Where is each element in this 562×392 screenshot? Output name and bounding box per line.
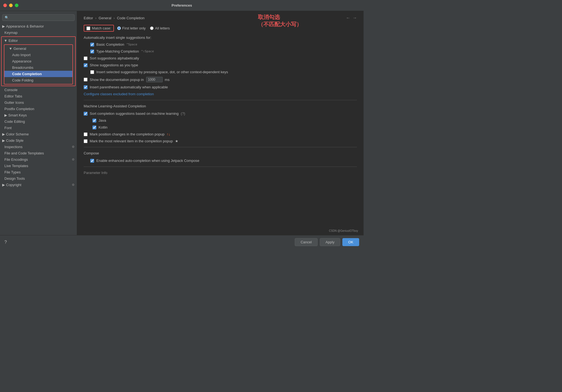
- enhanced-auto-checkbox[interactable]: [90, 159, 94, 163]
- kotlin-checkbox[interactable]: [92, 126, 96, 129]
- java-label: Java: [99, 118, 106, 122]
- sidebar-item-appearance[interactable]: Appearance: [4, 58, 72, 64]
- type-matching-shortcut: ^⇧Space: [141, 50, 154, 53]
- close-button[interactable]: [3, 4, 7, 7]
- configure-link-row: Configure classes excluded from completi…: [84, 92, 357, 96]
- divider1: [84, 100, 357, 100]
- chevron-right-icon: ▶: [4, 113, 7, 117]
- java-checkbox[interactable]: [92, 119, 96, 122]
- sidebar-item-copyright[interactable]: ▶ Copyright ⚙: [0, 182, 77, 188]
- show-suggestions-checkbox[interactable]: [84, 63, 88, 67]
- sidebar-item-console[interactable]: Console: [0, 87, 77, 93]
- breadcrumb-sep2: ›: [114, 16, 115, 20]
- nav-back-button[interactable]: ←: [346, 15, 350, 20]
- window-title: Preferences: [171, 3, 192, 7]
- sidebar-item-code-editing[interactable]: Code Editing: [0, 118, 77, 125]
- sidebar-item-color-scheme[interactable]: ▶ Color Scheme: [0, 131, 77, 137]
- chevron-right-icon: ▶: [2, 132, 5, 136]
- sort-alphabetically-label: Sort suggestions alphabetically: [90, 56, 139, 60]
- sidebar-item-editor[interactable]: ▼ Editor: [2, 37, 75, 44]
- sort-by-ml-checkbox[interactable]: [84, 112, 88, 116]
- nav-forward-button[interactable]: →: [353, 15, 357, 20]
- help-button[interactable]: ?: [4, 240, 7, 245]
- match-case-checkbox[interactable]: [86, 26, 90, 30]
- sidebar-item-keymap[interactable]: Keymap: [0, 29, 77, 36]
- type-matching-checkbox[interactable]: [90, 50, 94, 53]
- case-radio-group: First letter only All letters: [117, 26, 170, 30]
- first-letter-radio[interactable]: [117, 26, 121, 30]
- search-input[interactable]: [2, 14, 75, 21]
- basic-completion-checkbox[interactable]: [90, 43, 94, 47]
- chevron-right-icon: ▶: [2, 24, 5, 28]
- cancel-button[interactable]: Cancel: [295, 238, 317, 246]
- kotlin-row: Kotlin: [84, 125, 357, 129]
- configure-link[interactable]: Configure classes excluded from completi…: [84, 92, 154, 96]
- mark-relevant-checkbox[interactable]: [84, 139, 88, 143]
- basic-completion-label: Basic Completion: [96, 42, 124, 47]
- sidebar: ▶ Appearance & Behavior Keymap ▼ Editor …: [0, 11, 77, 235]
- basic-completion-shortcut: ^Space: [126, 43, 137, 46]
- ml-section-title: Machine Learning-Assisted Completion: [84, 104, 357, 108]
- arrows-icon: ↑↓: [167, 132, 170, 136]
- sidebar-item-code-folding[interactable]: Code Folding: [4, 77, 72, 83]
- sidebar-item-design-tools[interactable]: Design Tools: [0, 175, 77, 182]
- first-letter-option[interactable]: First letter only: [117, 26, 146, 30]
- mark-relevant-row: Mark the most relevant item in the compl…: [84, 139, 357, 143]
- insert-by-space-checkbox[interactable]: [90, 70, 94, 74]
- mark-relevant-label: Mark the most relevant item in the compl…: [90, 139, 173, 143]
- chevron-right-icon: ▶: [2, 183, 5, 187]
- alert-icon-copyright: ⚙: [72, 183, 75, 187]
- all-letters-radio[interactable]: [150, 26, 154, 30]
- sort-by-ml-row: Sort completion suggestions based on mac…: [84, 111, 357, 116]
- sidebar-item-editor-tabs[interactable]: Editor Tabs: [0, 93, 77, 99]
- divider3: [84, 167, 357, 167]
- breadcrumb-editor[interactable]: Editor: [84, 16, 93, 20]
- alert-icon: ⚙: [72, 145, 75, 149]
- apply-button[interactable]: Apply: [320, 238, 340, 246]
- all-letters-label: All letters: [155, 26, 170, 30]
- sidebar-item-live-templates[interactable]: Live Templates: [0, 163, 77, 169]
- doc-popup-checkbox[interactable]: [84, 78, 88, 81]
- basic-completion-row: Basic Completion ^Space: [84, 42, 357, 47]
- chevron-down-icon: ▼: [4, 39, 7, 43]
- sidebar-item-auto-import[interactable]: Auto Import: [4, 52, 72, 58]
- help-icon[interactable]: (?): [181, 111, 185, 116]
- maximize-button[interactable]: [15, 4, 18, 7]
- sidebar-item-general[interactable]: ▼ General: [4, 45, 72, 52]
- sidebar-item-inspections[interactable]: Inspections ⚙: [0, 144, 77, 150]
- alert-icon-encodings: ⚙: [72, 158, 75, 161]
- sidebar-item-breadcrumbs[interactable]: Breadcrumbs: [4, 64, 72, 71]
- type-matching-label: Type-Matching Completion: [96, 49, 139, 53]
- sidebar-item-postfix-completion[interactable]: Postfix Completion: [0, 106, 77, 112]
- doc-popup-label-after: ms: [165, 78, 170, 82]
- sidebar-item-code-style[interactable]: ▶ Code Style: [0, 137, 77, 144]
- ok-button[interactable]: OK: [342, 238, 359, 246]
- breadcrumb-general[interactable]: General: [99, 16, 111, 20]
- match-case-label: Match case:: [92, 26, 111, 30]
- minimize-button[interactable]: [9, 4, 13, 7]
- mark-position-label: Mark position changes in the completion …: [90, 132, 165, 136]
- breadcrumb-code-completion: Code Completion: [117, 16, 144, 20]
- first-letter-label: First letter only: [122, 26, 146, 30]
- parameter-info-title: Parameter Info: [84, 171, 357, 175]
- window-controls: [3, 4, 18, 7]
- enhanced-auto-label: Enable enhanced auto-completion when usi…: [96, 159, 199, 163]
- sort-alphabetically-row: Sort suggestions alphabetically: [84, 56, 357, 60]
- doc-popup-input[interactable]: [146, 77, 163, 82]
- sidebar-item-gutter-icons[interactable]: Gutter Icons: [0, 99, 77, 106]
- sidebar-item-file-encodings[interactable]: File Encodings ⚙: [0, 156, 77, 163]
- show-suggestions-label: Show suggestions as you type: [90, 63, 138, 67]
- mark-position-checkbox[interactable]: [84, 132, 88, 136]
- sidebar-item-smart-keys[interactable]: ▶ Smart Keys: [0, 112, 77, 118]
- sidebar-item-file-code-templates[interactable]: File and Code Templates: [0, 150, 77, 156]
- insert-parens-checkbox[interactable]: [84, 85, 88, 89]
- watermark: CSDN @GeniusIOTboy: [329, 229, 358, 232]
- sidebar-item-font[interactable]: Font: [0, 125, 77, 131]
- sidebar-item-code-completion[interactable]: Code Completion: [4, 71, 72, 77]
- sort-alphabetically-checkbox[interactable]: [84, 56, 88, 60]
- sidebar-item-file-types[interactable]: File Types: [0, 169, 77, 175]
- all-letters-option[interactable]: All letters: [150, 26, 170, 30]
- doc-popup-label-before: Show the documentation popup in: [90, 78, 144, 82]
- sidebar-item-appearance-behavior[interactable]: ▶ Appearance & Behavior: [0, 23, 77, 29]
- doc-popup-row: Show the documentation popup in ms: [84, 77, 357, 82]
